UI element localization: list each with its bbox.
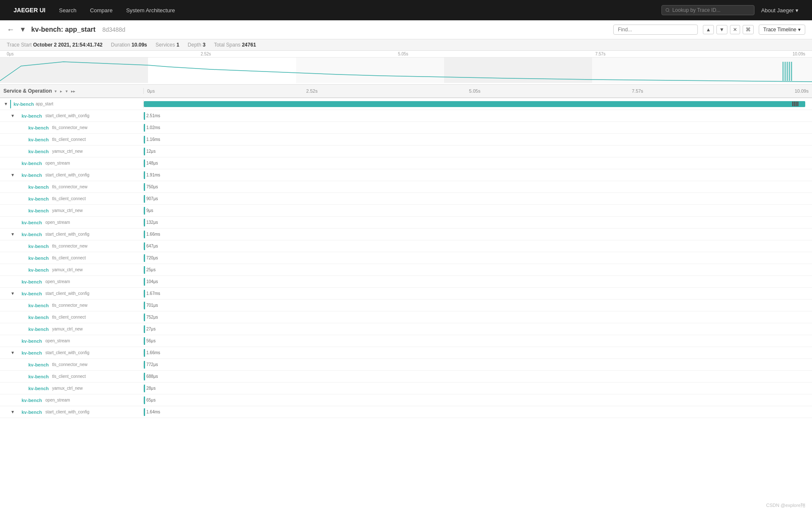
collapse-icon[interactable]: ▼ — [19, 26, 26, 33]
span-duration: 1.64ms — [146, 410, 160, 414]
spans-container: ▼ kv-bench app_start ▼ kv-b — [0, 98, 812, 508]
span-duration: 907μs — [146, 196, 158, 201]
span-row[interactable]: kv-bench tls_connector_new 772μs — [0, 359, 812, 371]
span-row[interactable]: ▼ kv-bench start_client_with_config 1.66… — [0, 347, 812, 359]
span-row[interactable]: kv-bench open_stream 65μs — [0, 394, 812, 406]
span-row[interactable]: ▼ kv-bench start_client_with_config 1.64… — [0, 406, 812, 418]
sort-right2-btn[interactable]: ▸▸ — [70, 88, 76, 94]
span-label: ▼ kv-bench start_client_with_config — [0, 113, 144, 118]
th-3: 7.57s — [632, 88, 643, 94]
span-row[interactable]: kv-bench tls_client_connect 752μs — [0, 311, 812, 323]
span-bar-area: 907μs — [144, 193, 812, 204]
th-1: 2.52s — [306, 88, 318, 94]
span-toggle[interactable]: ▼ — [10, 232, 15, 237]
span-row[interactable]: kv-bench tls_client_connect 1.16ms — [0, 134, 812, 146]
th-4: 10.09s — [795, 88, 809, 94]
span-bar-area: 104μs — [144, 276, 812, 287]
scale-4: 10.09s — [793, 52, 805, 56]
span-row[interactable]: kv-bench tls_connector_new 647μs — [0, 240, 812, 252]
trace-id: 8d3488d — [102, 26, 126, 33]
span-duration: 27μs — [146, 327, 156, 331]
span-duration: 1.91ms — [146, 173, 160, 177]
span-row[interactable]: kv-bench tls_client_connect 907μs — [0, 193, 812, 205]
span-label: kv-bench tls_connector_new — [0, 184, 144, 190]
back-button[interactable]: ← — [7, 25, 14, 34]
span-label: kv-bench tls_client_connect — [0, 315, 144, 320]
span-label: ▼ kv-bench start_client_with_config — [0, 173, 144, 178]
span-row[interactable]: kv-bench yamux_ctrl_new 12μs — [0, 146, 812, 157]
span-row[interactable]: ▼ kv-bench start_client_with_config 1.66… — [0, 228, 812, 240]
service-op-column-header: Service & Operation ▾ ▸ ▾ ▸▸ — [0, 88, 144, 94]
trace-id-search[interactable] — [661, 5, 754, 15]
nav-system-architecture[interactable]: System Architecture — [119, 0, 182, 20]
span-row[interactable]: ▼ kv-bench start_client_with_config 1.91… — [0, 169, 812, 181]
search-icon — [665, 8, 670, 13]
depth-label: Depth — [188, 42, 201, 48]
span-bar-area: 750μs — [144, 181, 812, 193]
filter-down-btn[interactable]: ▼ — [716, 25, 727, 34]
sort-down2-btn[interactable]: ▾ — [65, 88, 69, 94]
span-bar-area: 1.67ms — [144, 288, 812, 299]
span-row[interactable]: kv-bench yamux_ctrl_new 27μs — [0, 323, 812, 335]
span-label: kv-bench open_stream — [0, 279, 144, 284]
span-row[interactable]: kv-bench tls_connector_new 701μs — [0, 300, 812, 311]
keyboard-shortcut-btn[interactable]: ⌘ — [743, 25, 754, 34]
span-label: ▼ kv-bench start_client_with_config — [0, 350, 144, 355]
trace-metadata: Trace Start October 2 2021, 21:54:41.742… — [0, 39, 812, 51]
span-duration: 12μs — [146, 149, 156, 154]
span-row[interactable]: kv-bench tls_client_connect 688μs — [0, 371, 812, 383]
span-row[interactable]: kv-bench open_stream 56μs — [0, 335, 812, 347]
span-row[interactable]: kv-bench tls_client_connect 720μs — [0, 252, 812, 264]
span-duration: 688μs — [146, 374, 158, 379]
span-toggle[interactable]: ▼ — [10, 350, 15, 355]
span-label: kv-bench yamux_ctrl_new — [0, 208, 144, 213]
duration-label: Duration — [111, 42, 130, 48]
brand-logo[interactable]: JAEGER UI — [7, 7, 52, 14]
span-bar-area: 9μs — [144, 205, 812, 216]
span-toggle[interactable]: ▼ — [10, 173, 15, 177]
close-filter-btn[interactable]: ✕ — [730, 25, 740, 34]
span-row[interactable]: kv-bench tls_connector_new 1.02ms — [0, 122, 812, 134]
span-duration: 9μs — [146, 208, 153, 213]
span-row[interactable]: kv-bench open_stream 148μs — [0, 157, 812, 169]
span-row-root[interactable]: ▼ kv-bench app_start — [0, 98, 812, 110]
start-value-detail: October 2 2021, 21:54:41.742 — [33, 42, 102, 48]
filter-up-btn[interactable]: ▲ — [703, 25, 714, 34]
span-label: kv-bench tls_client_connect — [0, 196, 144, 201]
span-bar-area: 56μs — [144, 335, 812, 347]
span-row[interactable]: kv-bench yamux_ctrl_new 9μs — [0, 205, 812, 217]
trace-title: kv-bench: app_start — [31, 26, 96, 33]
span-toggle[interactable]: ▼ — [10, 291, 15, 296]
svg-rect-11 — [789, 62, 790, 81]
chart-area — [0, 58, 812, 83]
svg-rect-10 — [787, 62, 788, 81]
span-row[interactable]: kv-bench yamux_ctrl_new 25μs — [0, 264, 812, 276]
span-bar-area: 1.02ms — [144, 122, 812, 133]
span-row[interactable]: kv-bench open_stream 132μs — [0, 217, 812, 228]
span-bar-area: 1.66ms — [144, 228, 812, 240]
span-row[interactable]: ▼ kv-bench start_client_with_config 1.67… — [0, 288, 812, 300]
about-jaeger[interactable]: About Jaeger ▾ — [754, 7, 805, 14]
span-toggle[interactable]: ▼ — [10, 113, 15, 118]
span-row[interactable]: kv-bench open_stream 104μs — [0, 276, 812, 288]
span-toggle[interactable]: ▼ — [10, 410, 15, 414]
sort-down-btn[interactable]: ▾ — [54, 88, 58, 94]
span-row[interactable]: kv-bench tls_connector_new 750μs — [0, 181, 812, 193]
nav-search[interactable]: Search — [52, 0, 83, 20]
span-duration: 1.67ms — [146, 291, 160, 296]
scale-1: 2.52s — [200, 52, 211, 56]
find-input[interactable] — [613, 25, 698, 35]
span-bar-area: 27μs — [144, 323, 812, 335]
span-toggle-root[interactable]: ▼ — [3, 102, 8, 106]
span-label: kv-bench open_stream — [0, 339, 144, 344]
span-row[interactable]: kv-bench yamux_ctrl_new 28μs — [0, 383, 812, 394]
trace-timeline-button[interactable]: Trace Timeline ▾ — [759, 25, 805, 35]
span-duration: 132μs — [146, 220, 158, 225]
span-label: ▼ kv-bench start_client_with_config — [0, 291, 144, 296]
span-row[interactable]: ▼ kv-bench start_client_with_config 2.51… — [0, 110, 812, 122]
sort-right-btn[interactable]: ▸ — [59, 88, 63, 94]
nav-compare[interactable]: Compare — [83, 0, 119, 20]
span-label: kv-bench open_stream — [0, 220, 144, 225]
svg-rect-5 — [296, 58, 444, 83]
trace-id-input[interactable] — [672, 7, 751, 13]
